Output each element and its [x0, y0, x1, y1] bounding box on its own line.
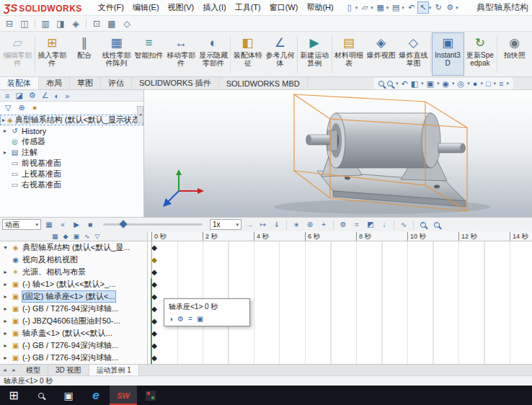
tree-item-annotations[interactable]: ▸ ▤ 注解	[0, 147, 143, 158]
outline-diamond-icon[interactable]: ◇	[120, 17, 133, 30]
hide-show-items-icon[interactable]: ◎	[458, 79, 465, 89]
motion-tree-item-assembly-root[interactable]: ▾ ◈ 典型轴系结构 (默认<默认_显...	[0, 241, 147, 254]
results-plots-button[interactable]: ∿	[398, 219, 409, 231]
timeline-ruler[interactable]: 0 秒 2 秒 4 秒 6 秒 8 秒 10 秒 12 秒 14 秒	[148, 231, 532, 241]
edit-appearance-icon[interactable]: ●	[473, 79, 478, 88]
dropdown-caret-icon[interactable]: ▾	[386, 5, 389, 11]
dimxpertmanager-tab-icon[interactable]: ∠	[42, 91, 49, 100]
spring-button[interactable]: ≈	[351, 219, 363, 231]
keyframe-diamond[interactable]: ◆	[148, 293, 160, 301]
gravity-button[interactable]: ↓	[378, 219, 390, 231]
timeline-zoom-in-button[interactable]	[417, 219, 429, 231]
autokey-button[interactable]: ⊛	[304, 219, 316, 231]
filter-animated-icon[interactable]: ◆	[63, 233, 68, 240]
calculate-button[interactable]: ▦	[43, 219, 55, 231]
ribbon-button-smart-fasteners[interactable]: ≡ 智能扣件	[133, 32, 165, 76]
keyframe-diamond[interactable]: ◆	[148, 342, 160, 350]
ribbon-button-new-motion-study[interactable]: ▶ 新建运动算例	[298, 32, 331, 76]
tree-item-front-plane[interactable]: ▭ 前视基准面	[0, 158, 143, 169]
tree-item-history[interactable]: ▸ ↺ History	[0, 125, 143, 136]
filter-funnel-icon[interactable]: ▽	[95, 233, 100, 240]
featuremanager-tab-icon[interactable]: ≡	[5, 92, 9, 100]
motion-tree-item-bearing-seat[interactable]: ▸ ▣ (固定) 轴承座<1> (默认<...	[0, 290, 147, 303]
timeline-zoom-out-button[interactable]	[431, 219, 443, 231]
new-document-icon[interactable]: ▯	[344, 1, 355, 14]
ribbon-button-take-snapshot[interactable]: ◉ 拍快照	[498, 32, 531, 76]
menu-window[interactable]: 窗口(W)	[265, 0, 303, 15]
menu-edit[interactable]: 编辑(E)	[128, 0, 164, 15]
dropdown-caret-icon[interactable]: ▾	[467, 81, 470, 86]
ribbon-button-bill-of-materials[interactable]: ▤ 材料明细表	[333, 32, 365, 76]
suppress-box-icon[interactable]: ▣	[197, 315, 203, 323]
dotted-square-icon[interactable]: ⊡	[90, 17, 103, 30]
tab-3d-views[interactable]: 3D 视图	[48, 365, 89, 375]
ribbon-button-explode-line-sketch[interactable]: ◇ 爆炸直线草图	[397, 32, 430, 76]
expand-arrow-icon[interactable]: ▸	[2, 128, 8, 134]
viewport[interactable]	[144, 90, 532, 217]
ribbon-button-mate[interactable]: ∥ 配合	[68, 32, 101, 76]
undo-icon[interactable]: ↶	[406, 1, 417, 14]
keyframe-diamond[interactable]: ◆	[148, 354, 160, 362]
playback-mode-button[interactable]: →	[244, 219, 255, 231]
boxed-minus-icon[interactable]: ⊟	[3, 17, 16, 30]
motion-tree-item-shaft[interactable]: ▸ ▣ (-) 轴<1> (默认<<默认>_...	[0, 278, 147, 290]
dropdown-caret-icon[interactable]: ▾	[371, 5, 373, 11]
key-properties-icon[interactable]: ◑	[169, 315, 173, 323]
interpolation-mode-icon[interactable]: =	[188, 315, 192, 323]
configurationmanager-tab-icon[interactable]: ⚙	[29, 91, 36, 100]
playback-to-end-button[interactable]: ↦	[257, 219, 269, 231]
dropdown-caret-icon[interactable]: ▾	[429, 5, 432, 11]
hatched-square-icon[interactable]: ▩	[105, 17, 118, 30]
tab-assembly[interactable]: 装配体	[0, 77, 39, 89]
tree-item-right-plane[interactable]: ▭ 右视基准面	[0, 179, 143, 190]
motion-tree-item-bearing-1[interactable]: ▸ ▣ (-) GB / T276-94深沟球轴...	[0, 303, 147, 315]
task-view-button[interactable]: ▣	[55, 386, 82, 405]
filter-none-icon[interactable]: ▦	[52, 233, 58, 240]
ribbon-button-reference-geometry[interactable]: ∠ 参考几何体	[264, 32, 296, 76]
zoom-fit-icon[interactable]	[378, 81, 384, 86]
solidworks-taskbar-button[interactable]: SW	[110, 386, 137, 405]
menu-insert[interactable]: 插入(I)	[198, 0, 230, 15]
striped-square-icon[interactable]: ▥	[39, 17, 52, 30]
expand-arrow-icon[interactable]: ▸	[2, 269, 9, 275]
dropdown-caret-icon[interactable]: ▾	[494, 81, 497, 86]
play-from-start-button[interactable]: «	[57, 219, 68, 231]
tabs-scroll-left-icon[interactable]: ◂	[0, 365, 9, 375]
apply-scene-icon[interactable]: □	[486, 79, 491, 88]
panel-collapse-button[interactable]: ◂	[137, 106, 143, 123]
dropdown-caret-icon[interactable]: ▾	[456, 5, 458, 11]
menu-help[interactable]: 帮助(H)	[302, 0, 337, 15]
motion-tree-item-orientation-cameras[interactable]: ◉ 视向及相机视图	[0, 254, 147, 266]
ribbon-button-instant3d[interactable]: ▣ Instant3D	[432, 32, 464, 76]
expand-arrow-icon[interactable]: ▸	[2, 117, 5, 123]
search-button[interactable]	[27, 386, 55, 405]
expand-arrow-icon[interactable]: ▸	[2, 293, 9, 300]
keyframe-diamond[interactable]: ◆	[148, 305, 160, 313]
tabs-scroll-right-icon[interactable]: ▸	[9, 365, 19, 375]
crosshair-icon[interactable]: ⊕	[18, 103, 25, 112]
menu-tools[interactable]: 工具(T)	[231, 0, 265, 15]
keyframe-diamond[interactable]: ◆	[148, 329, 160, 337]
view-orientation-icon[interactable]: ▣	[427, 79, 434, 89]
motor-button[interactable]: ⚙	[337, 219, 349, 231]
menu-file[interactable]: 文件(F)	[94, 0, 128, 15]
start-button[interactable]: ⊞	[0, 386, 27, 405]
motion-tree-item-bearing-2[interactable]: ▸ ▣ (-) GB / T276-94深沟球轴...	[0, 339, 147, 352]
playback-speed-select[interactable]: 1x ▾	[210, 219, 241, 230]
tree-item-sensors[interactable]: ◎ 传感器	[0, 136, 143, 147]
tab-evaluate[interactable]: 评估	[101, 77, 132, 89]
split-window-icon[interactable]: ◫	[18, 17, 31, 30]
motion-tree-item-bearing-3[interactable]: ▸ ▣ (-) GB / T276-94深沟球轴...	[0, 352, 147, 364]
displaymanager-tab-icon[interactable]: ◐	[55, 92, 60, 100]
app-taskbar-button[interactable]	[137, 386, 164, 405]
keyframe-diamond[interactable]: ◆	[148, 256, 160, 264]
previous-view-icon[interactable]: ↶	[401, 79, 407, 89]
tab-sketch[interactable]: 草图	[70, 77, 101, 89]
motion-tree-item-lights-cameras-scene[interactable]: ▸ ☀ 光源、相机与布景	[0, 266, 147, 278]
print-icon[interactable]: ▤	[390, 1, 402, 14]
keyframe-diamond[interactable]: ◆	[148, 268, 160, 276]
animation-wizard-button[interactable]: ∗	[291, 219, 302, 231]
dropdown-caret-icon[interactable]: ▾	[437, 81, 440, 86]
tree-item-top-plane[interactable]: ▭ 上视基准面	[0, 169, 143, 179]
expand-arrow-icon[interactable]: ▸	[2, 306, 9, 312]
